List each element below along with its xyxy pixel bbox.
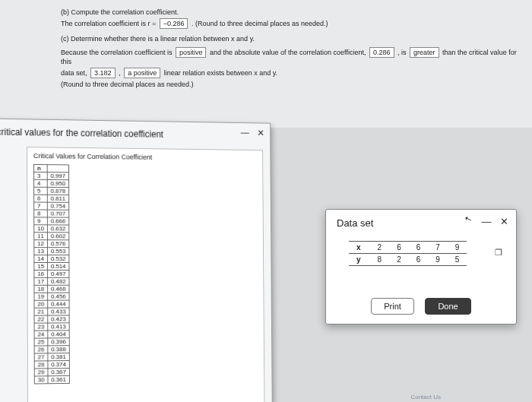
footer-link[interactable]: Contact Us	[410, 394, 441, 400]
table-row: 120.576	[34, 240, 69, 248]
dataset-title: Data set	[337, 217, 373, 229]
critval-input[interactable]: 3.182	[90, 68, 116, 78]
blank-positive[interactable]: positive	[176, 47, 207, 58]
part-b-title: (b) Compute the correlation coefficient.	[61, 8, 517, 16]
table-row: 270.381	[34, 353, 69, 361]
table-row: 70.754	[34, 202, 69, 210]
minimize-icon[interactable]: —	[241, 128, 249, 138]
l2-suffix: linear relation exists between x and y.	[164, 69, 277, 77]
table-row: 140.532	[34, 255, 69, 263]
critvals-table: n 30.99740.95050.87860.81170.75480.70790…	[33, 164, 70, 385]
table-row: 60.811	[34, 195, 69, 202]
critical-values-modal: critical values for the correlation coef…	[0, 119, 273, 402]
critvals-content: Critical Values for Correlation Coeffici…	[27, 147, 264, 402]
col-val	[47, 165, 68, 173]
relation-line-1: Because the correlation coefficient is p…	[61, 47, 517, 65]
l2-prefix: data set,	[61, 69, 87, 77]
copy-icon[interactable]: ❐	[495, 248, 502, 258]
table-row: 210.433	[34, 308, 69, 315]
l1-mid: and the absolute value of the correlatio…	[210, 49, 366, 56]
part-c-title: (c) Determine whether there is a linear …	[61, 35, 517, 43]
close-icon[interactable]: ✕	[500, 216, 508, 227]
table-row: 300.361	[34, 375, 69, 384]
table-row: 190.456	[34, 293, 69, 300]
corr-prefix: The correlation coefficient is r =	[61, 20, 156, 27]
close-icon[interactable]: ✕	[257, 128, 264, 138]
print-button[interactable]: Print	[371, 298, 414, 315]
table-row: 250.396	[34, 338, 69, 346]
col-n: n	[34, 164, 48, 172]
table-row: 160.497	[34, 270, 69, 277]
l1-prefix: Because the correlation coefficient is	[61, 49, 172, 56]
l1-mid2: , is	[397, 49, 407, 56]
table-row: 130.553	[34, 248, 69, 255]
dataset-table: x26679 y82695	[349, 241, 467, 266]
table-row: 40.950	[34, 179, 69, 187]
table-row: 100.632	[34, 225, 69, 233]
corr-suffix: . (Round to three decimal places as need…	[192, 20, 328, 27]
abs-val-input[interactable]: 0.286	[369, 47, 394, 58]
table-row: 280.374	[34, 361, 69, 369]
table-row: 30.997	[34, 172, 69, 179]
table-row: 200.444	[34, 300, 69, 308]
table-row: 90.666	[34, 217, 69, 225]
table-row: 170.482	[34, 277, 69, 285]
table-row: 260.388	[34, 346, 69, 353]
table-row: 220.423	[34, 315, 69, 323]
table-row: 110.602	[34, 233, 69, 240]
round-note: (Round to three decimal places as needed…	[61, 81, 517, 88]
table-row: 230.413	[34, 323, 69, 331]
critvals-subtitle: Critical Values for Correlation Coeffici…	[33, 152, 257, 162]
question-area: (b) Compute the correlation coefficient.…	[0, 0, 532, 128]
minimize-icon[interactable]: —	[481, 216, 491, 227]
done-button[interactable]: Done	[425, 298, 470, 315]
table-row: 180.468	[34, 285, 69, 293]
blank-a-positive[interactable]: a positive	[124, 68, 160, 78]
table-row: x26679	[349, 242, 467, 254]
cursor-icon: ↖	[464, 214, 473, 225]
l2-mid: ,	[119, 69, 121, 77]
table-row: 150.514	[34, 263, 69, 271]
relation-line-2: data set, 3.182 , a positive linear rela…	[61, 68, 517, 78]
critvals-title: critical values for the correlation coef…	[0, 127, 163, 140]
table-row: 50.878	[34, 187, 69, 195]
table-row: 80.707	[34, 210, 69, 217]
dataset-modal: Data set — ✕ ↖ ❐ x26679 y82695 Print Don…	[325, 209, 517, 324]
blank-greater[interactable]: greater	[410, 47, 439, 58]
table-row: 240.404	[34, 331, 69, 338]
table-row: y82695	[349, 254, 467, 266]
table-row: 290.367	[34, 368, 69, 376]
corr-value-input[interactable]: −0.286	[160, 18, 188, 29]
corr-line: The correlation coefficient is r = −0.28…	[61, 18, 517, 29]
